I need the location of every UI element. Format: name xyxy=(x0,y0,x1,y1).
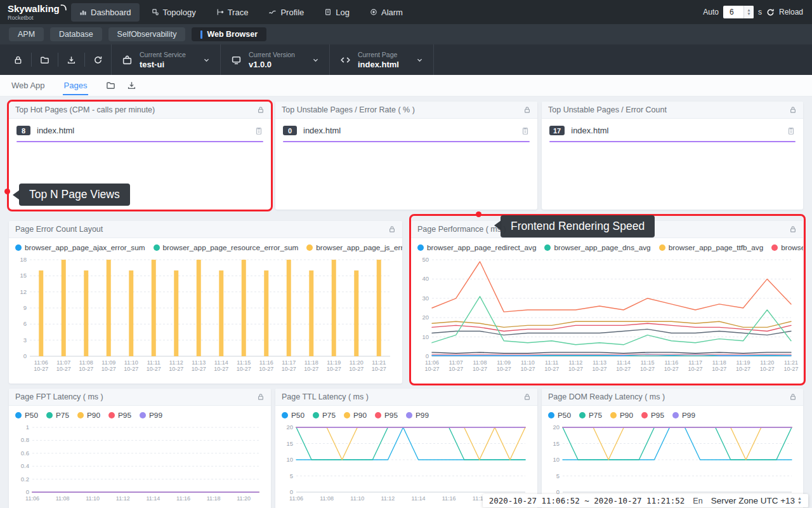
legend-item[interactable]: P75 xyxy=(46,411,69,420)
nav-item-profile[interactable]: Profile xyxy=(260,3,312,22)
legend-item[interactable]: P90 xyxy=(344,411,367,420)
lock-icon[interactable] xyxy=(523,106,531,114)
subnav-item-selfobservability[interactable]: SelfObservability xyxy=(108,27,186,41)
lock-icon[interactable] xyxy=(388,225,396,233)
subnav-item-web-browser[interactable]: Web Browser xyxy=(192,27,266,41)
tab-pages[interactable]: Pages xyxy=(63,76,89,95)
lock-icon[interactable] xyxy=(789,393,797,401)
lock-icon[interactable] xyxy=(257,106,265,114)
legend-item[interactable]: browser_app_page_js_error_sum xyxy=(306,243,402,252)
alarm-icon xyxy=(370,8,377,16)
lock-icon[interactable] xyxy=(789,225,797,233)
svg-text:15: 15 xyxy=(20,272,27,279)
svg-text:10-27: 10-27 xyxy=(147,366,161,372)
number-stepper[interactable]: ▲▼ xyxy=(743,6,754,18)
svg-text:11:08: 11:08 xyxy=(320,495,334,502)
subnav-label: SelfObservability xyxy=(117,30,177,39)
reload-label[interactable]: Reload xyxy=(779,8,803,17)
legend-label: P90 xyxy=(620,411,633,420)
subnav-item-database[interactable]: Database xyxy=(50,27,102,41)
copy-icon[interactable] xyxy=(787,126,796,135)
legend-dot-icon xyxy=(15,412,22,418)
svg-text:10-27: 10-27 xyxy=(169,366,183,372)
list-item[interactable]: 0 index.html xyxy=(275,119,537,135)
legend-item[interactable]: P75 xyxy=(579,411,602,420)
auto-interval-input[interactable]: 6 ▲▼ xyxy=(723,6,754,18)
nav-item-trace[interactable]: Trace xyxy=(208,3,257,22)
legend-item[interactable]: P95 xyxy=(375,411,398,420)
lock-icon[interactable] xyxy=(523,393,531,401)
auto-label: Auto xyxy=(703,8,719,17)
svg-text:10-27: 10-27 xyxy=(760,366,775,372)
time-range-footer: 2020-10-27 11:06:52 ~ 2020-10-27 11:21:5… xyxy=(483,494,808,507)
legend-item[interactable]: P99 xyxy=(672,411,695,420)
refresh-icon[interactable] xyxy=(85,53,111,67)
legend-dot-icon xyxy=(548,412,554,418)
panel-top-unstable-error-rate: Top Unstable Pages / Error Rate ( % ) 0 … xyxy=(275,102,537,210)
legend-item[interactable]: P50 xyxy=(15,411,38,420)
svg-text:20: 20 xyxy=(553,424,560,431)
nav-item-topology[interactable]: Topology xyxy=(143,3,204,22)
legend-item[interactable]: browser_app_page_ajax_error_sum xyxy=(15,243,145,252)
legend-dot-icon xyxy=(610,412,617,418)
legend-item[interactable]: P95 xyxy=(641,411,664,420)
copy-icon[interactable] xyxy=(254,126,263,135)
list-item[interactable]: 17 index.html xyxy=(542,119,803,135)
lock-icon[interactable] xyxy=(257,393,265,401)
time-range-picker[interactable]: 2020-10-27 11:06:52 ~ 2020-10-27 11:21:5… xyxy=(489,496,685,505)
toolbar-icons xyxy=(5,44,111,75)
logo-subtitle: Rocketbot xyxy=(8,15,69,21)
nav-label: Topology xyxy=(163,8,196,17)
svg-text:0.4: 0.4 xyxy=(21,462,29,469)
svg-text:11:14: 11:14 xyxy=(146,495,160,502)
page-dom-ready-line-chart[interactable]: 0510152011:0611:0811:1011:1211:1411:1611… xyxy=(546,422,799,505)
list-item[interactable]: 8 index.html xyxy=(9,119,271,135)
logo-swoosh-icon xyxy=(60,4,67,11)
current-page-selector[interactable]: Current Page index.html xyxy=(329,44,433,75)
svg-text:11:06: 11:06 xyxy=(34,359,48,366)
zone-stepper[interactable]: ▲▼ xyxy=(797,497,802,505)
rank-bar xyxy=(283,141,530,142)
legend-dot-icon xyxy=(672,412,679,418)
lock-icon[interactable] xyxy=(789,106,797,114)
legend-item[interactable]: P90 xyxy=(77,411,100,420)
page-performance-line-chart[interactable]: 0102030405011:0610-2711:0710-2711:0810-2… xyxy=(416,255,799,377)
svg-text:11:10: 11:10 xyxy=(86,495,100,502)
page-fpt-line-chart[interactable]: 00.20.40.60.8111:0611:0811:1011:1211:141… xyxy=(13,422,266,505)
folder-icon[interactable] xyxy=(106,81,115,90)
svg-text:11:12: 11:12 xyxy=(116,495,130,502)
reload-icon[interactable] xyxy=(766,8,775,17)
lock-icon[interactable] xyxy=(5,53,32,67)
legend-item[interactable]: browser_app_page_resource_error_sum xyxy=(154,243,299,252)
current-version-selector[interactable]: Current Version v1.0.0 xyxy=(220,44,329,75)
page-ttl-line-chart[interactable]: 0510152011:0611:0811:1011:1211:1411:1611… xyxy=(280,422,533,505)
legend-item[interactable]: P50 xyxy=(548,411,571,420)
page-error-bar-chart[interactable]: 036912151811:0610-2711:0710-2711:0810-27… xyxy=(13,255,398,377)
nav-item-log[interactable]: Log xyxy=(316,3,358,22)
language-toggle[interactable]: En xyxy=(693,497,702,505)
legend-item[interactable]: browser_app_page_redirect_avg xyxy=(417,243,536,252)
folder-icon[interactable] xyxy=(32,53,58,67)
subnav-item-apm[interactable]: APM xyxy=(9,27,44,41)
legend-item[interactable]: P95 xyxy=(108,411,131,420)
svg-text:20: 20 xyxy=(422,314,429,321)
copy-icon[interactable] xyxy=(521,126,530,135)
auto-reload-controls: Auto 6 ▲▼ s Reload xyxy=(703,6,803,18)
download-icon[interactable] xyxy=(127,81,136,90)
svg-text:0: 0 xyxy=(290,488,293,495)
tab-web-app[interactable]: Web App xyxy=(10,76,46,95)
legend-item[interactable]: P50 xyxy=(282,411,304,420)
legend-item[interactable]: P99 xyxy=(406,411,429,420)
legend-item[interactable]: browser_app_page_dns_avg xyxy=(544,243,650,252)
current-service-selector[interactable]: Current Service test-ui xyxy=(111,44,220,75)
active-indicator xyxy=(200,30,202,39)
nav-item-alarm[interactable]: Alarm xyxy=(362,3,411,22)
nav-item-dashboard[interactable]: Dashboard xyxy=(71,3,140,22)
legend-item[interactable]: browser_app_page_tcp_avg xyxy=(771,243,803,252)
legend-item[interactable]: P99 xyxy=(140,411,162,420)
svg-text:11:18: 11:18 xyxy=(304,359,318,366)
legend-item[interactable]: P75 xyxy=(313,411,336,420)
legend-item[interactable]: P90 xyxy=(610,411,633,420)
legend-item[interactable]: browser_app_page_ttfb_avg xyxy=(659,243,764,252)
export-download-icon[interactable] xyxy=(58,53,85,67)
